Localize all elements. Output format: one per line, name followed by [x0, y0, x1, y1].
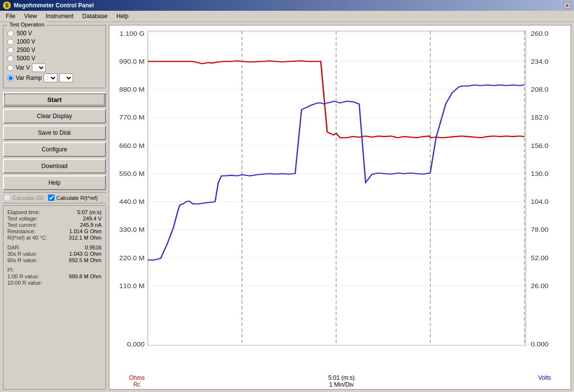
- stat-pi: PI:: [7, 267, 102, 273]
- stat-resistance-value: 1.014 G Ohm: [69, 228, 102, 234]
- radio-row-varramp: Var Ramp 1 2 ▼: [7, 74, 102, 82]
- radio-varv[interactable]: [7, 65, 14, 71]
- checkbox-calculate-dd[interactable]: [4, 195, 10, 201]
- stat-pi-10min: 10:00 R value:: [7, 280, 102, 286]
- svg-text:660.0 M: 660.0 M: [119, 142, 145, 149]
- checkbox-area: Calculate DD Calculate R(t*ref): [3, 192, 106, 203]
- chart-footer: Ohms Rc 5:01 (m:s) 1 Min/Div Volts: [109, 373, 571, 389]
- clear-display-button[interactable]: Clear Display: [3, 109, 106, 123]
- menu-bar: File View Instrument Database Help: [0, 11, 574, 22]
- stat-test-voltage-value: 249.4 V: [83, 216, 102, 221]
- chart-footer-left: Ohms Rc: [129, 374, 145, 388]
- label-calculate-dd: Calculate DD: [12, 195, 44, 201]
- stat-elapsed-time-label: Elapsed time:: [7, 209, 61, 215]
- chart-container: 1.100 G 990.0 M 880.0 M 770.0 M 660.0 M …: [109, 25, 571, 373]
- menu-database[interactable]: Database: [78, 12, 111, 21]
- stat-pi-1min-value: 989.8 M Ohm: [69, 273, 102, 279]
- radio-row-500v: 500 V: [7, 30, 102, 37]
- window-title: Megohmmeter Control Panel: [14, 2, 94, 9]
- svg-text:1.100 G: 1.100 G: [120, 30, 145, 37]
- y-axis-label: Ohms: [129, 374, 145, 381]
- stat-dar-value: 0.9516: [85, 245, 102, 250]
- menu-help[interactable]: Help: [112, 12, 132, 21]
- svg-text:0.000: 0.000: [531, 341, 548, 348]
- chart-svg: 1.100 G 990.0 M 880.0 M 770.0 M 660.0 M …: [109, 25, 571, 373]
- radio-row-1000v: 1000 V: [7, 38, 102, 45]
- stat-pi-1min: 1:00 R value: 989.8 M Ohm: [7, 273, 102, 279]
- radio-2500v[interactable]: [7, 47, 14, 53]
- save-to-disk-button[interactable]: Save to Disk: [3, 125, 106, 140]
- varramp-dropdown[interactable]: 1 2: [44, 74, 57, 82]
- download-button[interactable]: Download: [3, 159, 106, 173]
- help-button[interactable]: Help: [3, 175, 106, 190]
- svg-text:0.000: 0.000: [127, 341, 145, 348]
- stat-r60s-label: 60s R value:: [7, 257, 61, 263]
- svg-text:104.0: 104.0: [531, 198, 548, 205]
- stat-r30s-label: 30s R value:: [7, 251, 61, 257]
- svg-text:208.0: 208.0: [531, 86, 548, 93]
- stat-r30s-value: 1.043 G Ohm: [69, 251, 102, 257]
- label-500v: 500 V: [17, 30, 32, 37]
- stat-test-current-label: Test current:: [7, 222, 61, 228]
- checkbox-calculate-rtref[interactable]: [48, 195, 54, 201]
- stat-resistance: Resistance: 1.014 G Ohm: [7, 228, 102, 234]
- radio-row-5000v: 5000 V: [7, 55, 102, 62]
- svg-text:234.0: 234.0: [531, 58, 548, 65]
- main-content: Test Operation 500 V 1000 V 2500 V 5000 …: [0, 22, 574, 392]
- chart-footer-center: 5:01 (m:s) 1 Min/Div: [328, 374, 355, 388]
- y-axis-sublabel: Rc: [129, 381, 145, 388]
- menu-file[interactable]: File: [2, 12, 19, 21]
- stat-pi-10min-label: 10:00 R value:: [7, 280, 61, 286]
- test-operation-group: Test Operation 500 V 1000 V 2500 V 5000 …: [3, 25, 106, 88]
- label-varramp: Var Ramp: [16, 74, 42, 81]
- svg-text:440.0 M: 440.0 M: [119, 198, 145, 205]
- stat-r60s-value: 992.5 M Ohm: [69, 257, 102, 263]
- stat-dar: DAR: 0.9516: [7, 245, 102, 250]
- label-varv: Var V: [16, 64, 30, 71]
- checkbox-row-rtref: Calculate R(t*ref): [48, 195, 98, 201]
- stat-elapsed-time-value: 5:07 (m:s): [77, 209, 102, 215]
- label-calculate-rtref: Calculate R(t*ref): [56, 195, 98, 201]
- chart-footer-right: Volts: [538, 374, 551, 388]
- app-icon: S: [3, 1, 11, 9]
- stat-test-voltage: Test voltage: 249.4 V: [7, 216, 102, 221]
- start-button[interactable]: Start: [3, 92, 106, 107]
- radio-varramp[interactable]: [7, 75, 14, 81]
- svg-text:220.0 M: 220.0 M: [119, 254, 145, 261]
- stats-panel: Elapsed time: 5:07 (m:s) Test voltage: 2…: [3, 205, 106, 390]
- stat-pi-1min-label: 1:00 R value:: [7, 273, 61, 279]
- stat-rtref: R(t*ref) at 40 °C: 312.1 M Ohm: [7, 235, 102, 241]
- radio-1000v[interactable]: [7, 39, 14, 45]
- x-axis-time: 5:01 (m:s): [328, 374, 355, 381]
- stat-test-voltage-label: Test voltage:: [7, 216, 61, 221]
- title-bar: S Megohmmeter Control Panel ×: [0, 0, 574, 11]
- radio-5000v[interactable]: [7, 55, 14, 62]
- stat-r30s: 30s R value: 1.043 G Ohm: [7, 251, 102, 257]
- label-2500v: 2500 V: [17, 47, 35, 53]
- svg-text:260.0: 260.0: [531, 30, 548, 37]
- radio-row-varv: Var V ▼: [7, 63, 102, 72]
- svg-text:52.00: 52.00: [531, 254, 548, 261]
- checkbox-row-dd: Calculate DD: [4, 195, 44, 201]
- svg-text:156.0: 156.0: [531, 142, 548, 149]
- close-button[interactable]: ×: [563, 2, 571, 9]
- menu-view[interactable]: View: [20, 12, 41, 21]
- label-1000v: 1000 V: [17, 38, 35, 45]
- svg-text:78.00: 78.00: [531, 226, 548, 233]
- stat-rtref-value: 312.1 M Ohm: [69, 235, 102, 241]
- stat-dar-label: DAR:: [7, 245, 61, 250]
- y-axis-right-label: Volts: [538, 374, 551, 381]
- stat-resistance-label: Resistance:: [7, 228, 61, 234]
- varv-dropdown[interactable]: ▼: [32, 63, 46, 72]
- buttons-area: Start Clear Display Save to Disk Configu…: [3, 92, 106, 190]
- configure-button[interactable]: Configure: [3, 142, 106, 157]
- menu-instrument[interactable]: Instrument: [42, 12, 78, 21]
- radio-row-2500v: 2500 V: [7, 47, 102, 53]
- varramp-dropdown2[interactable]: ▼: [59, 74, 73, 82]
- svg-text:770.0 M: 770.0 M: [119, 114, 145, 121]
- svg-text:26.00: 26.00: [531, 283, 548, 290]
- radio-500v[interactable]: [7, 30, 14, 37]
- stat-r60s: 60s R value: 992.5 M Ohm: [7, 257, 102, 263]
- chart-area: 1.100 G 990.0 M 880.0 M 770.0 M 660.0 M …: [109, 25, 571, 390]
- test-operation-label: Test Operation: [7, 22, 47, 27]
